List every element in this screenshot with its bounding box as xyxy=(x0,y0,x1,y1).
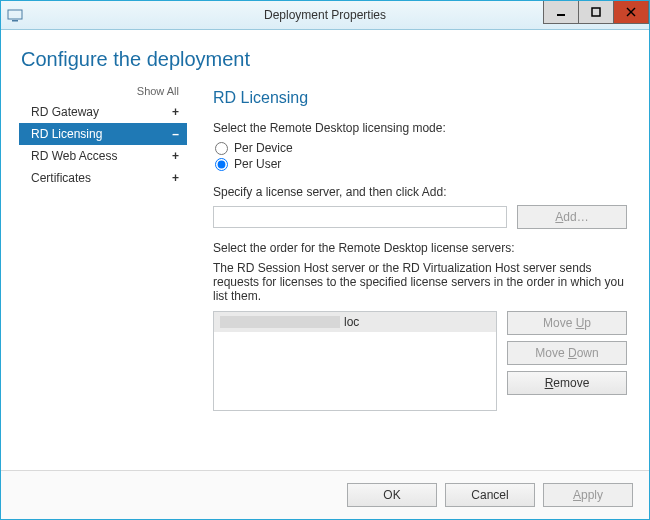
apply-button[interactable]: Apply xyxy=(543,483,633,507)
sidebar-item-rd-web-access[interactable]: RD Web Access + xyxy=(19,145,187,167)
sidebar-item-rd-licensing[interactable]: RD Licensing – xyxy=(19,123,187,145)
add-button[interactable]: Add… xyxy=(517,205,627,229)
expand-icon: + xyxy=(172,171,179,185)
redacted-hostname xyxy=(220,316,340,328)
expand-icon: + xyxy=(172,149,179,163)
sidebar: Show All RD Gateway + RD Licensing – RD … xyxy=(19,85,187,470)
sidebar-item-rd-gateway[interactable]: RD Gateway + xyxy=(19,101,187,123)
svg-rect-0 xyxy=(8,10,22,19)
order-description: The RD Session Host server or the RD Vir… xyxy=(213,261,627,303)
content: Show All RD Gateway + RD Licensing – RD … xyxy=(19,85,631,470)
footer: OK Cancel Apply xyxy=(1,470,649,519)
titlebar: Deployment Properties xyxy=(1,1,649,30)
collapse-icon: – xyxy=(172,127,179,141)
radio-per-user-input[interactable] xyxy=(215,158,228,171)
cancel-button[interactable]: Cancel xyxy=(445,483,535,507)
add-server-row: Add… xyxy=(213,205,627,229)
remove-button[interactable]: Remove xyxy=(507,371,627,395)
server-order-area: loc Move Up Move Down Remove xyxy=(213,311,627,411)
app-icon xyxy=(7,7,23,23)
sidebar-item-label: RD Licensing xyxy=(31,127,102,141)
page-title: Configure the deployment xyxy=(21,48,631,71)
license-server-input[interactable] xyxy=(213,206,507,228)
sidebar-item-label: Certificates xyxy=(31,171,91,185)
radio-per-device[interactable]: Per Device xyxy=(215,141,627,155)
move-up-button[interactable]: Move Up xyxy=(507,311,627,335)
radio-label: Per Device xyxy=(234,141,293,155)
ok-button[interactable]: OK xyxy=(347,483,437,507)
sidebar-item-label: RD Web Access xyxy=(31,149,117,163)
close-button[interactable] xyxy=(613,1,649,24)
list-buttons: Move Up Move Down Remove xyxy=(507,311,627,411)
minimize-button[interactable] xyxy=(543,1,579,24)
radio-per-user[interactable]: Per User xyxy=(215,157,627,171)
list-item-suffix: loc xyxy=(344,315,359,329)
section-title: RD Licensing xyxy=(213,89,627,107)
radio-label: Per User xyxy=(234,157,281,171)
window-controls xyxy=(544,1,649,29)
list-item[interactable]: loc xyxy=(214,312,496,332)
svg-rect-3 xyxy=(592,8,600,16)
radio-per-device-input[interactable] xyxy=(215,142,228,155)
window: Deployment Properties Configure the depl… xyxy=(0,0,650,520)
svg-rect-1 xyxy=(12,20,18,22)
specify-server-label: Specify a license server, and then click… xyxy=(213,185,627,199)
main-panel: RD Licensing Select the Remote Desktop l… xyxy=(187,85,631,470)
sidebar-item-certificates[interactable]: Certificates + xyxy=(19,167,187,189)
show-all-link[interactable]: Show All xyxy=(19,85,187,101)
licensing-mode-label: Select the Remote Desktop licensing mode… xyxy=(213,121,627,135)
move-down-button[interactable]: Move Down xyxy=(507,341,627,365)
license-server-list[interactable]: loc xyxy=(213,311,497,411)
expand-icon: + xyxy=(172,105,179,119)
sidebar-item-label: RD Gateway xyxy=(31,105,99,119)
order-label: Select the order for the Remote Desktop … xyxy=(213,241,627,255)
body: Configure the deployment Show All RD Gat… xyxy=(1,30,649,470)
maximize-button[interactable] xyxy=(578,1,614,24)
